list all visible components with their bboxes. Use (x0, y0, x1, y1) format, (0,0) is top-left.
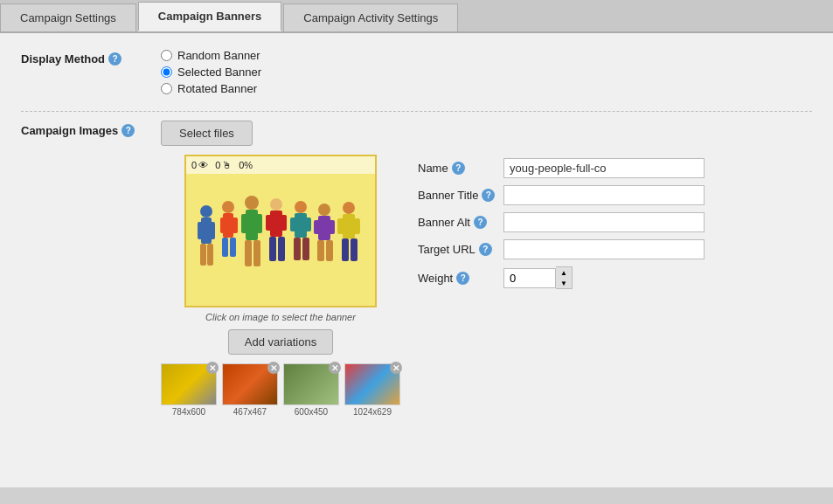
weight-input[interactable] (503, 268, 556, 288)
svg-rect-14 (241, 214, 249, 233)
target-url-help-icon[interactable]: ? (479, 243, 492, 256)
thumb-close-2[interactable]: ✕ (267, 362, 280, 374)
svg-rect-34 (317, 240, 324, 261)
radio-rotated-banner[interactable]: Rotated Banner (161, 82, 261, 95)
display-method-help-icon[interactable]: ? (108, 52, 121, 66)
svg-rect-38 (337, 218, 346, 234)
views-stat: 0 👁 (191, 160, 208, 170)
banner-title-input[interactable] (503, 185, 705, 205)
eye-icon: 👁 (198, 160, 208, 170)
display-method-options: Random Banner Selected Banner Rotated Ba… (161, 49, 261, 95)
thumbnail-1: ✕ 784x600 (161, 363, 217, 417)
campaign-images-row: Campaign Images ? Select files 0 👁 (21, 121, 812, 417)
radio-selected-banner[interactable]: Selected Banner (161, 66, 261, 79)
thumbnail-4: ✕ 1024x629 (344, 363, 400, 417)
percent-value: 0% (239, 160, 253, 170)
svg-point-0 (200, 205, 212, 217)
svg-rect-33 (327, 220, 335, 234)
svg-rect-17 (253, 240, 260, 266)
banner-title-help-icon[interactable]: ? (482, 189, 495, 202)
tab-campaign-activity-settings[interactable]: Campaign Activity Settings (283, 3, 458, 31)
svg-rect-21 (279, 215, 287, 231)
svg-rect-5 (207, 244, 213, 266)
banner-title-field-row: Banner Title ? (418, 185, 705, 205)
svg-rect-41 (351, 238, 357, 261)
svg-rect-15 (254, 214, 262, 233)
banner-alt-label: Banner Alt ? (418, 216, 496, 229)
thumb-size-1: 784x600 (172, 407, 205, 417)
svg-rect-8 (220, 217, 227, 233)
radio-selected-input[interactable] (161, 66, 172, 78)
banner-alt-field-row: Banner Alt ? (418, 212, 705, 232)
percent-stat: 0% (239, 160, 253, 170)
svg-rect-35 (326, 240, 333, 261)
cursor-icon: 🖱 (222, 160, 232, 170)
svg-rect-32 (314, 220, 322, 234)
thumb-close-4[interactable]: ✕ (390, 362, 402, 374)
weight-decrement-button[interactable]: ▼ (556, 278, 572, 288)
svg-rect-2 (198, 222, 205, 239)
click-hint-text: Click on image to select the banner (205, 312, 356, 322)
thumb-size-3: 600x450 (295, 407, 328, 417)
radio-random-input[interactable] (161, 50, 172, 61)
banner-preview[interactable]: 0 👁 0 🖱 0% (184, 155, 377, 307)
weight-spinner: ▲ ▼ (556, 266, 573, 289)
target-url-input[interactable] (503, 239, 705, 259)
campaign-images-help-icon[interactable]: ? (121, 124, 135, 137)
svg-rect-26 (290, 217, 298, 231)
select-files-button[interactable]: Select files (161, 121, 253, 146)
svg-rect-9 (231, 217, 238, 233)
svg-rect-39 (351, 218, 360, 234)
name-input[interactable] (503, 158, 705, 178)
svg-rect-40 (342, 238, 349, 261)
tab-bar: Campaign Settings Campaign Banners Campa… (0, 0, 833, 33)
thumbnails-row: ✕ 784x600 ✕ 467x467 ✕ 600x450 (161, 363, 400, 417)
svg-rect-29 (302, 238, 309, 260)
campaign-images-area: 0 👁 0 🖱 0% (161, 155, 705, 417)
weight-field-row: Weight ? ▲ ▼ (418, 266, 705, 289)
banner-stats: 0 👁 0 🖱 0% (186, 156, 375, 174)
radio-random-banner[interactable]: Random Banner (161, 49, 261, 62)
image-left-panel: 0 👁 0 🖱 0% (161, 155, 400, 417)
thumb-size-2: 467x467 (233, 407, 267, 417)
thumb-close-3[interactable]: ✕ (329, 362, 341, 374)
weight-help-icon[interactable]: ? (456, 272, 469, 285)
section-divider (21, 111, 812, 112)
name-help-icon[interactable]: ? (452, 162, 465, 175)
name-field-row: Name ? (418, 158, 705, 178)
svg-point-6 (222, 201, 234, 213)
display-method-row: Display Method ? Random Banner Selected … (21, 49, 812, 95)
svg-rect-28 (294, 238, 301, 260)
tab-campaign-settings[interactable]: Campaign Settings (0, 3, 136, 31)
tab-campaign-banners[interactable]: Campaign Banners (138, 2, 281, 31)
campaign-images-label: Campaign Images ? (21, 121, 161, 137)
display-method-label: Display Method ? (21, 49, 161, 66)
clicks-count: 0 (215, 160, 220, 170)
views-count: 0 (191, 160, 197, 170)
svg-point-18 (270, 198, 282, 211)
add-variations-button[interactable]: Add variations (228, 329, 333, 355)
banner-figures (186, 177, 375, 306)
people-svg (189, 177, 372, 306)
svg-rect-11 (230, 238, 236, 257)
main-content: Display Method ? Random Banner Selected … (0, 33, 833, 487)
clicks-stat: 0 🖱 (215, 160, 232, 170)
name-field-label: Name ? (418, 162, 496, 175)
thumbnail-3: ✕ 600x450 (283, 363, 339, 417)
thumbnail-2: ✕ 467x467 (222, 363, 278, 417)
svg-point-36 (343, 202, 355, 214)
thumb-close-1[interactable]: ✕ (206, 362, 219, 374)
weight-increment-button[interactable]: ▲ (556, 267, 572, 278)
target-url-label: Target URL ? (418, 243, 496, 256)
radio-rotated-input[interactable] (161, 83, 172, 94)
svg-rect-20 (266, 215, 274, 231)
banner-alt-input[interactable] (503, 212, 705, 232)
svg-rect-10 (222, 238, 228, 257)
svg-point-24 (295, 201, 307, 213)
banner-alt-help-icon[interactable]: ? (474, 216, 487, 229)
svg-rect-22 (269, 237, 276, 261)
svg-point-12 (245, 196, 259, 210)
weight-label: Weight ? (418, 272, 496, 285)
svg-rect-27 (303, 217, 311, 231)
target-url-field-row: Target URL ? (418, 239, 705, 259)
